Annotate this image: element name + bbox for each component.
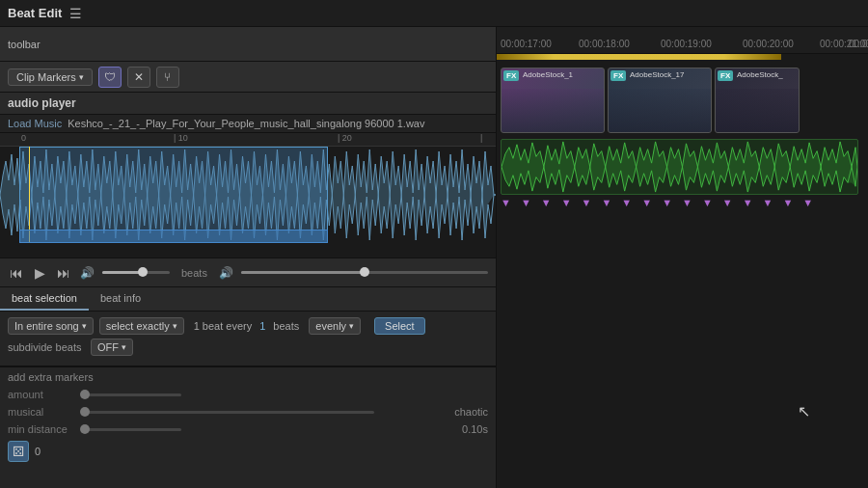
playback-fill	[241, 271, 365, 274]
video-clip-3[interactable]: FX AdobeStock_	[715, 68, 800, 133]
evenly-dropdown[interactable]: evenly	[309, 317, 361, 335]
select-button[interactable]: Select	[374, 317, 425, 335]
select-exactly-dropdown[interactable]: select exactly	[99, 317, 184, 335]
clip-markers-dropdown[interactable]: Clip Markers	[8, 68, 93, 86]
video-clip-1[interactable]: FX AdobeStock_1	[501, 68, 605, 133]
ruler-mark-20: | 20	[338, 133, 352, 143]
beats-volume-icon: 🔊	[219, 266, 233, 280]
skip-forward-button[interactable]: ⏭	[55, 263, 72, 283]
ruler-mark-end: |	[480, 133, 482, 143]
toolbar-label: toolbar	[8, 39, 41, 50]
audio-filename: Keshco_-_21_-_Play_For_Your_People_music…	[68, 118, 424, 129]
range-dropdown[interactable]: In entire song	[8, 317, 94, 335]
amount-slider[interactable]	[85, 393, 181, 396]
volume-slider[interactable]	[102, 271, 170, 274]
audio-waveform-track[interactable]	[501, 139, 858, 195]
audio-player-header: audio player	[0, 93, 496, 115]
main-layout: toolbar Clip Markers 🛡 ✕ ⑂ audio player …	[0, 27, 868, 488]
waveform-svg: // This will be rendered as text, skip i…	[0, 147, 496, 243]
amount-label: amount	[8, 389, 85, 400]
time-mark-19: 00:00:19:00	[661, 39, 712, 49]
subdivide-row: subdivide beats OFF	[8, 339, 488, 356]
selection-band[interactable]	[19, 230, 328, 243]
beat-controls: In entire song select exactly 1 beat eve…	[0, 312, 496, 366]
play-button[interactable]: ▶	[33, 263, 47, 283]
beat-marker: ▼	[561, 197, 572, 214]
min-distance-slider[interactable]	[85, 428, 181, 431]
time-mark-18: 00:00:18:00	[579, 39, 630, 49]
left-panel: toolbar Clip Markers 🛡 ✕ ⑂ audio player …	[0, 27, 497, 488]
clip-label-2: AdobeStock_17	[630, 70, 685, 79]
x-shield-icon-btn[interactable]: ✕	[127, 67, 150, 88]
time-mark-end: 00:00:2	[849, 39, 868, 49]
timeline-content[interactable]: FX AdobeStock_1 FX AdobeStock_17 FX Adob…	[497, 54, 868, 488]
beat-marker: ▼	[501, 197, 511, 214]
toolbar: toolbar	[0, 27, 496, 62]
tab-beat-info[interactable]: beat info	[89, 287, 152, 311]
menu-icon[interactable]: ☰	[69, 6, 82, 21]
audio-track: ▼ ▼ ▼ ▼ ▼ ▼ ▼ ▼ ▼ ▼ ▼ ▼ ▼ ▼ ▼ ▼	[501, 139, 858, 214]
beat-marker: ▼	[662, 197, 672, 214]
ruler-mark-0: 0	[21, 133, 26, 143]
load-music-row: Load Music Keshco_-_21_-_Play_For_Your_P…	[0, 115, 496, 133]
tab-beat-selection[interactable]: beat selection	[0, 287, 89, 311]
beat-marker: ▼	[682, 197, 692, 214]
beat-selection-row: In entire song select exactly 1 beat eve…	[8, 317, 488, 335]
mouse-cursor-icon: ↖	[798, 402, 810, 420]
clip-thumb-1	[502, 89, 604, 132]
amount-thumb	[80, 390, 90, 399]
playback-controls: ⏮ ▶ ⏭ 🔊 beats 🔊	[0, 258, 496, 287]
clip-thumb-2	[609, 89, 711, 132]
right-panel: 00:00:17:00 00:00:18:00 00:00:19:00 00:0…	[497, 27, 868, 488]
beat-marker: ▼	[601, 197, 611, 214]
waveform-canvas[interactable]: // This will be rendered as text, skip i…	[0, 147, 496, 243]
subdivide-label: subdivide beats	[8, 341, 85, 353]
skip-back-button[interactable]: ⏮	[8, 263, 25, 283]
beat-count: 1	[259, 320, 265, 332]
video-clip-2[interactable]: FX AdobeStock_17	[608, 68, 712, 133]
time-mark-17: 00:00:17:00	[501, 39, 552, 49]
volume-thumb	[138, 267, 148, 277]
timeline-ruler: 00:00:17:00 00:00:18:00 00:00:19:00 00:0…	[497, 27, 868, 54]
beat-marker: ▼	[621, 197, 632, 214]
waveform-container[interactable]: 0 | 10 | 20 | // This will be rendered a…	[0, 133, 496, 258]
beat-marker: ▼	[763, 197, 773, 214]
load-music-link[interactable]: Load Music	[8, 118, 62, 129]
fx-badge-2: FX	[610, 70, 626, 81]
dice-value: 0	[35, 446, 41, 457]
dice-button[interactable]: ⚄	[8, 441, 29, 462]
playback-progress-slider[interactable]	[241, 271, 488, 274]
ruler-mark-10: | 10	[174, 133, 188, 143]
clip-markers-toolbar: Clip Markers 🛡 ✕ ⑂	[0, 62, 496, 93]
musical-chaos-slider[interactable]	[85, 411, 374, 414]
beat-marker: ▼	[702, 197, 713, 214]
beat-marker: ▼	[521, 197, 531, 214]
fx-badge-3: FX	[718, 70, 733, 81]
beat-tabs: beat selection beat info	[0, 287, 496, 312]
beat-marker: ▼	[722, 197, 733, 214]
chaotic-label: chaotic	[454, 406, 488, 418]
clip-thumb-3	[716, 89, 799, 132]
time-mark-20: 00:00:20:00	[743, 39, 794, 49]
dice-row: ⚄ 0	[8, 441, 488, 462]
beats-unit: beats	[273, 320, 299, 332]
volume-icon: 🔊	[80, 266, 95, 280]
min-distance-value: 0.10s	[462, 423, 488, 435]
beat-marker: ▼	[582, 197, 592, 214]
fork-icon-btn[interactable]: ⑂	[156, 67, 179, 88]
volume-fill	[102, 271, 143, 274]
subdivide-dropdown[interactable]: OFF	[91, 339, 133, 356]
beat-marker: ▼	[782, 197, 793, 214]
extra-markers-title: add extra markers	[8, 371, 488, 383]
clip-label-3: AdobeStock_	[737, 70, 783, 79]
min-dist-thumb	[80, 424, 90, 434]
fx-badge-1: FX	[503, 70, 519, 81]
min-distance-row: min distance 0.10s	[8, 423, 488, 435]
musical-chaos-row: musical chaotic	[8, 406, 488, 418]
shield-icon-btn[interactable]: 🛡	[98, 67, 122, 88]
waveform-ruler: 0 | 10 | 20 |	[0, 133, 496, 147]
beat-marker: ▼	[802, 197, 813, 214]
beat-markers-row: ▼ ▼ ▼ ▼ ▼ ▼ ▼ ▼ ▼ ▼ ▼ ▼ ▼ ▼ ▼ ▼	[501, 195, 858, 214]
musical-chaos-thumb	[80, 407, 90, 417]
amount-row: amount	[8, 389, 488, 400]
